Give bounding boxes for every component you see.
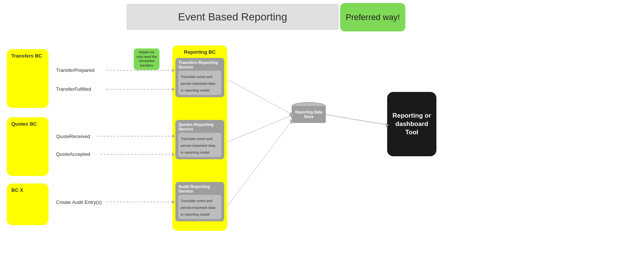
quotes-reporting-service-title: Quotes Reporting Service [178,122,221,131]
create-audit-entry-label: Create Audit Entry(s) [56,199,102,205]
transfer-fulfilled-label: TransferFulfilled [56,86,91,92]
cylinder-body: Reporting Data Store [292,106,326,123]
quotes-reporting-service: Quotes Reporting Service Translate event… [175,120,224,159]
preferred-way-badge: Preferred way! [340,3,405,31]
svg-line-16 [326,115,387,125]
svg-line-10 [227,79,292,114]
event-based-reporting-title: Event Based Reporting [127,4,339,30]
svg-line-14 [227,121,292,206]
reporting-data-store: Reporting Data Store [292,102,326,127]
diagram-arrows [0,0,644,255]
transfers-reporting-service: Transfers Reporting Service Translate ev… [175,58,224,97]
audit-reporting-service-title: Audit Reporting Service [178,184,221,193]
transfers-bc-box: Transfers BC [7,49,48,108]
quotes-reporting-service-description: Translate event and persist important da… [178,133,221,157]
transfers-reporting-service-title: Transfers Reporting Service [178,60,221,69]
quote-accepted-label: QuoteAccepted [56,151,90,157]
svg-line-12 [227,115,292,142]
transfer-prepared-label: TransferPrepared [56,67,94,73]
audit-reporting-service-description: Translate event and persist important da… [178,195,221,219]
bc-x-box: BC X [7,183,48,225]
dashboard-tool-box: Reporting or dashboard Tool [387,92,436,156]
sticky-note: Maybe we only need the completed transfe… [134,48,159,70]
quote-received-label: QuoteReceived [56,134,90,139]
quotes-bc-box: Quotes BC [7,117,48,176]
reporting-bc-title: Reporting BC [175,49,224,55]
transfers-reporting-service-description: Translate event and persist important da… [178,71,221,95]
audit-reporting-service: Audit Reporting Service Translate event … [175,182,224,221]
reporting-bc-box: Reporting BC Transfers Reporting Service… [172,45,227,231]
